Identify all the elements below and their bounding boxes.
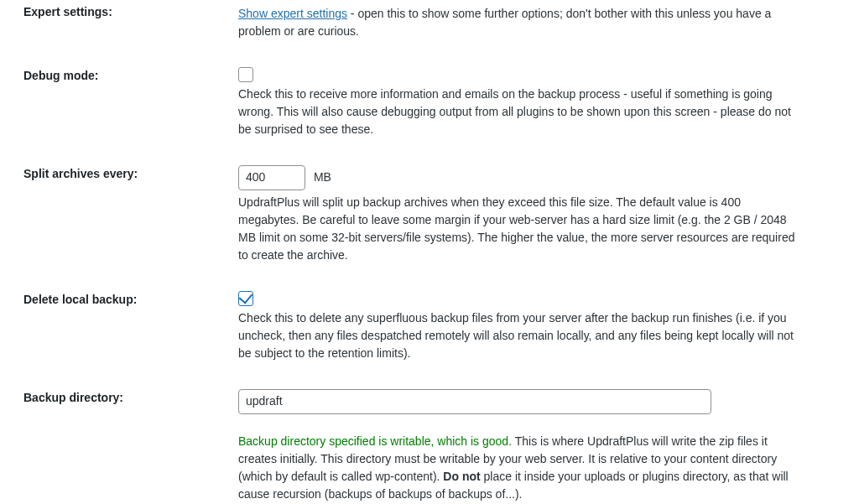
split-archives-label: Split archives every:	[8, 165, 238, 180]
delete-local-description: Check this to delete any superfluous bac…	[238, 309, 800, 362]
backup-directory-status: Backup directory specified is writable, …	[238, 433, 800, 503]
expert-settings-label: Expert settings:	[8, 5, 238, 18]
delete-local-checkbox[interactable]	[238, 291, 253, 306]
expert-settings-description: Show expert settings - open this to show…	[238, 7, 771, 38]
show-expert-settings-link[interactable]: Show expert settings	[238, 7, 347, 20]
backup-directory-do-not: Do not	[443, 470, 480, 483]
split-archives-unit: MB	[314, 170, 331, 184]
debug-mode-label: Debug mode:	[8, 67, 238, 82]
backup-directory-label: Backup directory:	[8, 389, 238, 404]
backup-directory-input[interactable]	[238, 389, 711, 414]
split-archives-description: UpdraftPlus will split up backup archive…	[238, 194, 800, 264]
backup-directory-writable-status: Backup directory specified is writable, …	[238, 434, 512, 448]
delete-local-label: Delete local backup:	[8, 291, 238, 306]
debug-mode-description: Check this to receive more information a…	[238, 86, 800, 138]
split-archives-input[interactable]	[238, 165, 305, 190]
debug-mode-checkbox[interactable]	[238, 67, 253, 82]
